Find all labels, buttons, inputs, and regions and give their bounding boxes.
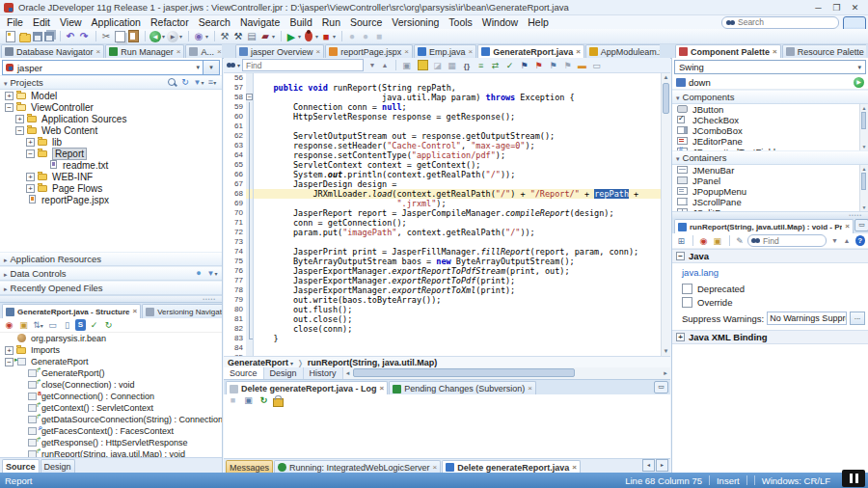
menu-navigate[interactable]: Navigate — [235, 15, 285, 29]
java-xml-binding-section-header[interactable]: + Java XML Binding — [672, 330, 868, 344]
tree-item-viewcontroller[interactable]: −ViewController — [0, 101, 222, 113]
collapse-icon[interactable]: − — [5, 358, 14, 366]
log-tab-pending-changes-subversion[interactable]: Pending Changes (Subversion)× — [389, 381, 536, 395]
help-icon[interactable] — [855, 235, 865, 246]
tree-item-web-content[interactable]: −Web Content — [0, 124, 222, 136]
minimize-panel-icon[interactable] — [854, 219, 868, 231]
editor-tab-appmoduleam-xml[interactable]: AppModuleam.xml× — [585, 44, 660, 58]
menu-source[interactable]: Source — [345, 15, 387, 29]
palette-item-jpanel[interactable]: JPanel — [672, 176, 868, 186]
flag-blue-icon[interactable] — [547, 60, 559, 71]
code-line-58[interactable]: 58− java.util.Map param) throws Exceptio… — [224, 93, 670, 102]
code-line-83[interactable]: 83 } — [224, 334, 670, 343]
projects-header[interactable]: Projects — [0, 75, 222, 90]
palette-scrollbar[interactable]: ▲▼ — [859, 104, 868, 150]
code-line-70[interactable]: 70 JasperReport report = JasperCompileMa… — [224, 208, 670, 218]
menu-build[interactable]: Build — [285, 15, 316, 29]
collapse-icon[interactable]: − — [246, 94, 253, 100]
code-line-76[interactable]: 76 JasperExportManager.exportReportToPdf… — [224, 266, 670, 276]
save-all-button[interactable] — [44, 30, 54, 43]
expand-icon[interactable]: + — [26, 173, 35, 181]
find-previous-icon[interactable]: ▲ — [841, 235, 852, 247]
code-line-75[interactable]: 75 ByteArrayOutputStream baos = new Byte… — [224, 257, 670, 266]
scroll-right-icon[interactable] — [656, 459, 668, 472]
close-icon[interactable]: × — [845, 223, 850, 230]
terminate-icon[interactable] — [227, 395, 239, 406]
stamp-icon[interactable] — [446, 60, 458, 71]
code-line-65[interactable]: 65 ServletContext context = getContext()… — [224, 160, 670, 170]
code-line-69[interactable]: 69 ".jrxml"); — [224, 199, 670, 208]
tree-item-page-flows[interactable]: +Page Flows — [0, 182, 222, 194]
menu-view[interactable]: View — [55, 15, 87, 29]
expand-icon[interactable]: + — [26, 184, 35, 193]
note-icon[interactable] — [590, 60, 603, 71]
code-line-79[interactable]: 79 out.write(baos.toByteArray()); — [224, 295, 670, 305]
application-selector[interactable]: jasper ▾ — [2, 60, 203, 75]
bookmark-icon[interactable] — [518, 60, 530, 71]
chevron-down-icon[interactable]: ▾ — [272, 33, 275, 40]
close-icon[interactable] — [846, 1, 864, 14]
chevron-down-icon[interactable]: ▾ — [205, 33, 208, 40]
make-button[interactable] — [219, 30, 231, 43]
attach-button[interactable] — [373, 30, 385, 43]
close-icon[interactable]: × — [528, 385, 532, 393]
expand-icon[interactable]: + — [26, 138, 35, 147]
menu-tools[interactable]: Tools — [444, 15, 477, 29]
close-icon[interactable]: × — [132, 308, 137, 315]
breadcrumb-method[interactable]: runReport(String, java.util.Map) — [308, 358, 438, 367]
copy-button[interactable] — [114, 30, 126, 43]
tree-item-getresponse-httpservletresponse[interactable]: getResponse() : HttpServletResponse — [0, 437, 222, 448]
scrollbar-thumb[interactable] — [861, 173, 866, 190]
find-input[interactable] — [246, 61, 360, 70]
expand-icon[interactable]: + — [15, 115, 24, 123]
collapse-icon[interactable]: − — [676, 252, 685, 260]
suppress-warnings-field[interactable]: No Warnings Suppressed — [767, 312, 847, 325]
close-icon[interactable]: × — [572, 464, 577, 472]
tree-item-reportpage-jspx[interactable]: reportPage.jspx — [0, 194, 222, 205]
scroll-left-icon[interactable] — [343, 367, 353, 378]
tree-item-generaterport[interactable]: GenerateRport() — [0, 367, 222, 379]
back-button[interactable]: ▾ — [149, 30, 165, 43]
minimize-icon[interactable] — [809, 1, 827, 14]
palette-tab-resource-palette[interactable]: Resource Palette× — [782, 44, 866, 58]
erase-icon[interactable] — [431, 60, 444, 71]
code-line-77[interactable]: 77 JasperExportManager.exportReportToPdf… — [224, 276, 670, 285]
redo-button[interactable] — [78, 30, 90, 43]
chevron-down-icon[interactable]: ▾ — [315, 33, 318, 40]
code-line-63[interactable]: 63 response.setHeader("Cache-Control", "… — [224, 141, 670, 150]
view-tab-source[interactable]: Source — [224, 367, 264, 379]
select-icon[interactable] — [400, 60, 413, 71]
reformat-icon[interactable] — [475, 60, 487, 71]
list-view-icon[interactable] — [46, 319, 59, 331]
refresh-icon[interactable] — [179, 77, 191, 88]
sync-icon[interactable] — [102, 319, 115, 331]
palette-item-jcheckbox[interactable]: JCheckBox — [672, 115, 868, 125]
scrollbar-thumb[interactable] — [861, 112, 866, 129]
expand-icon[interactable]: + — [5, 346, 14, 355]
palette-item-jeditorpane[interactable]: JEditorPane — [672, 136, 868, 147]
navigator-tab-run-manager[interactable]: Run Manager× — [105, 44, 184, 58]
save-button[interactable] — [33, 30, 42, 43]
stop-button[interactable]: ▾ — [320, 30, 336, 43]
find-previous-icon[interactable]: ▲ — [379, 60, 391, 71]
code-line-67[interactable]: 67 JasperDesign design = — [224, 179, 670, 189]
application-menu-button[interactable]: ▾ — [203, 60, 220, 75]
view-tab-design[interactable]: Design — [264, 367, 304, 379]
palette-section-containers[interactable]: Containers — [672, 150, 868, 165]
scroll-right-icon[interactable] — [661, 367, 670, 378]
cut-button[interactable] — [100, 30, 112, 43]
structure-view-tab-source[interactable]: Source — [2, 459, 40, 473]
filter-icon[interactable] — [206, 268, 218, 279]
forward-button[interactable]: ▾ — [167, 30, 182, 43]
palette-item-jmenubar[interactable]: JMenuBar — [672, 165, 868, 176]
dock-tab-running-integratedweblogicserver[interactable]: Running: IntegratedWebLogicServer× — [274, 460, 441, 474]
navigator-tab-a[interactable]: A...× — [185, 44, 222, 58]
debug-button[interactable]: ▾ — [303, 30, 318, 43]
scroll-down-icon[interactable]: ▼ — [860, 143, 868, 150]
menu-search[interactable]: Search — [194, 15, 235, 29]
splitter-handle[interactable]: ••••• — [672, 211, 868, 218]
suppress-warnings-more-button[interactable]: ... — [850, 312, 865, 325]
tree-item-readme-txt[interactable]: readme.txt — [0, 159, 222, 171]
undo-button[interactable] — [65, 30, 76, 43]
split-view-icon[interactable] — [61, 319, 73, 331]
